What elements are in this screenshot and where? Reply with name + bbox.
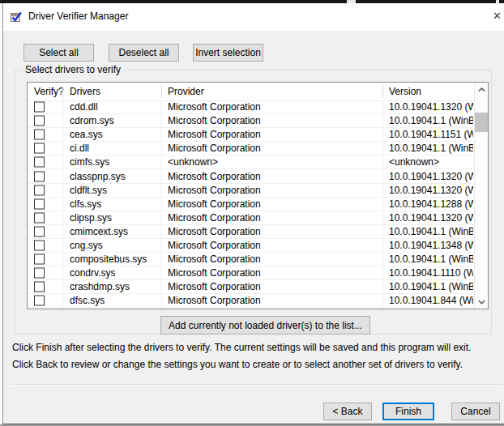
- verify-checkbox[interactable]: [34, 143, 45, 154]
- screenshot-root: Driver Verifier Manager ✕ Select all Des…: [0, 0, 504, 426]
- header-divider: [62, 85, 63, 98]
- driver-name: condrv.sys: [70, 267, 115, 279]
- verify-checkbox[interactable]: [34, 212, 45, 223]
- driver-list-header[interactable]: Verify? Drivers Provider Version: [28, 83, 474, 101]
- driver-provider: Microsoft Corporation: [168, 281, 261, 292]
- driver-provider: Microsoft Corporation: [168, 212, 261, 224]
- column-header-drivers[interactable]: Drivers: [70, 86, 100, 97]
- verify-checkbox[interactable]: [34, 240, 45, 250]
- scrollbar-down-button[interactable]: [475, 295, 488, 309]
- verify-checkbox[interactable]: [34, 198, 45, 209]
- driver-name: cmimcext.sys: [70, 226, 128, 237]
- driver-name: clipsp.sys: [70, 212, 112, 224]
- driver-version: 10.0.19041.1320 (Wi...: [389, 212, 473, 224]
- select-all-button[interactable]: Select all: [23, 44, 94, 62]
- table-row[interactable]: compositebus.sys Microsoft Corporation 1…: [28, 253, 474, 266]
- table-row[interactable]: ci.dll Microsoft Corporation 10.0.19041.…: [28, 142, 474, 155]
- table-row[interactable]: classpnp.sys Microsoft Corporation 10.0.…: [28, 169, 474, 183]
- driver-version: 10.0.19041.1320 (Wi...: [389, 101, 473, 113]
- titlebar[interactable]: Driver Verifier Manager ✕: [3, 3, 504, 31]
- table-row[interactable]: cmimcext.sys Microsoft Corporation 10.0.…: [28, 225, 474, 239]
- groupbox-label: Select drivers to verify: [22, 64, 124, 75]
- header-divider: [382, 85, 383, 98]
- driver-name: ci.dll: [70, 143, 89, 154]
- verify-checkbox[interactable]: [34, 226, 45, 236]
- close-icon[interactable]: ✕: [493, 10, 502, 22]
- driver-provider: Microsoft Corporation: [168, 240, 261, 251]
- driver-name: cdrom.sys: [70, 115, 114, 126]
- driver-version: 10.0.19041.1348 (Wi...: [389, 240, 473, 251]
- window-title: Driver Verifier Manager: [28, 11, 128, 22]
- table-row[interactable]: condrv.sys Microsoft Corporation 10.0.19…: [28, 266, 474, 280]
- select-drivers-groupbox: Select drivers to verify Verify? Drivers…: [15, 70, 492, 334]
- finish-button[interactable]: Finish: [382, 403, 434, 420]
- table-row[interactable]: cdd.dll Microsoft Corporation 10.0.19041…: [28, 100, 474, 114]
- scrollbar-up-button[interactable]: [475, 83, 488, 96]
- finish-instruction-text: Click Finish after selecting the drivers…: [12, 342, 471, 353]
- invert-selection-button[interactable]: Invert selection: [193, 44, 263, 62]
- cancel-button[interactable]: Cancel: [451, 403, 500, 420]
- driver-version: 10.0.19041.1320 (Wi...: [389, 185, 473, 196]
- verify-checkbox[interactable]: [34, 296, 45, 306]
- driver-version: 10.0.19041.1 (WinBui...: [389, 143, 473, 154]
- driver-provider: <unknown>: [168, 156, 218, 168]
- verify-checkbox[interactable]: [34, 185, 45, 195]
- verify-checkbox[interactable]: [34, 157, 45, 168]
- driver-provider: Microsoft Corporation: [168, 171, 261, 182]
- table-row[interactable]: clipsp.sys Microsoft Corporation 10.0.19…: [28, 211, 474, 225]
- app-icon: [10, 11, 23, 23]
- driver-version: 10.0.19041.1 (WinBui...: [389, 281, 473, 292]
- column-header-provider[interactable]: Provider: [168, 86, 204, 97]
- back-button[interactable]: < Back: [323, 403, 372, 420]
- verify-checkbox[interactable]: [34, 102, 45, 113]
- verify-checkbox[interactable]: [34, 282, 45, 292]
- verify-checkbox[interactable]: [34, 254, 45, 265]
- table-row[interactable]: crashdmp.sys Microsoft Corporation 10.0.…: [28, 280, 474, 294]
- table-row[interactable]: dfsc.sys Microsoft Corporation 10.0.1904…: [28, 294, 474, 308]
- driver-name: cimfs.sys: [70, 156, 109, 168]
- driver-verifier-manager-window: Driver Verifier Manager ✕ Select all Des…: [2, 3, 504, 424]
- driver-provider: Microsoft Corporation: [168, 253, 261, 265]
- vertical-scrollbar[interactable]: [474, 83, 488, 309]
- driver-name: clfs.sys: [70, 198, 101, 210]
- verify-checkbox[interactable]: [34, 116, 45, 126]
- table-row[interactable]: cldflt.sys Microsoft Corporation 10.0.19…: [28, 184, 474, 198]
- column-header-version[interactable]: Version: [389, 86, 421, 97]
- footer-divider: [12, 384, 501, 386]
- driver-version: 10.0.19041.1151 (Wi...: [389, 129, 473, 140]
- table-row[interactable]: cea.sys Microsoft Corporation 10.0.19041…: [28, 128, 474, 142]
- verify-checkbox[interactable]: [34, 130, 45, 140]
- driver-version: 10.0.19041.1 (WinBui...: [389, 253, 473, 265]
- driver-provider: Microsoft Corporation: [168, 101, 261, 113]
- table-row[interactable]: clfs.sys Microsoft Corporation 10.0.1904…: [28, 198, 474, 211]
- driver-version: 10.0.19041.844 (Win...: [389, 295, 473, 306]
- chevron-up-icon: [478, 87, 485, 92]
- driver-version: 10.0.19041.1 (WinBui...: [389, 226, 473, 237]
- verify-checkbox[interactable]: [34, 268, 45, 279]
- chevron-down-icon: [478, 300, 485, 305]
- driver-provider: Microsoft Corporation: [168, 129, 261, 140]
- driver-list[interactable]: Verify? Drivers Provider Version cdd.dll…: [27, 82, 489, 309]
- deselect-all-button[interactable]: Deselect all: [109, 44, 179, 62]
- back-instruction-text: Click Back to review or change the setti…: [12, 359, 463, 370]
- driver-provider: Microsoft Corporation: [168, 226, 261, 237]
- driver-provider: Microsoft Corporation: [168, 115, 261, 126]
- driver-table-body: cdd.dll Microsoft Corporation 10.0.19041…: [28, 100, 474, 309]
- add-unloaded-drivers-button[interactable]: Add currently not loaded driver(s) to th…: [160, 316, 370, 334]
- driver-name: crashdmp.sys: [70, 281, 130, 292]
- column-header-verify[interactable]: Verify?: [34, 86, 64, 97]
- driver-provider: Microsoft Corporation: [168, 267, 261, 279]
- driver-provider: Microsoft Corporation: [168, 198, 261, 210]
- driver-provider: Microsoft Corporation: [168, 295, 261, 306]
- driver-name: cdd.dll: [70, 101, 98, 113]
- scrollbar-thumb[interactable]: [475, 113, 488, 132]
- driver-name: dfsc.sys: [70, 295, 105, 306]
- driver-name: classpnp.sys: [70, 171, 126, 182]
- driver-name: cldflt.sys: [70, 185, 107, 196]
- driver-version: <unknown>: [389, 156, 439, 168]
- driver-version: 10.0.19041.1 (WinBui...: [389, 115, 473, 126]
- verify-checkbox[interactable]: [34, 171, 45, 181]
- table-row[interactable]: cng.sys Microsoft Corporation 10.0.19041…: [28, 239, 474, 253]
- table-row[interactable]: cdrom.sys Microsoft Corporation 10.0.190…: [28, 114, 474, 128]
- table-row[interactable]: cimfs.sys <unknown> <unknown>: [28, 155, 474, 169]
